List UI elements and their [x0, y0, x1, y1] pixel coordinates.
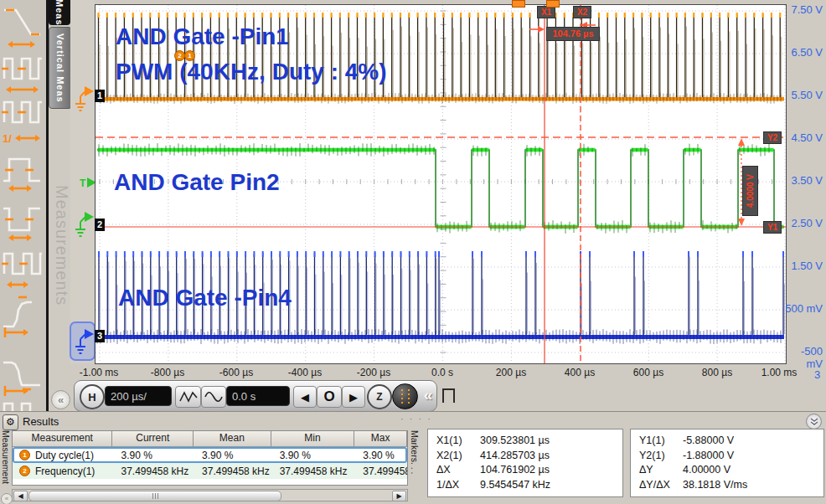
ch3-ground-marker-selected[interactable]	[70, 321, 96, 361]
column-header-current[interactable]: Current	[112, 431, 194, 446]
sine-waveform-button[interactable]	[201, 386, 226, 408]
results-side-collapse[interactable]: «	[1, 493, 13, 504]
results-collapse-button[interactable]	[806, 414, 822, 429]
ch3-number-box[interactable]: 3	[95, 330, 105, 342]
ch2-number-box[interactable]: 2	[95, 219, 105, 231]
palette-icon-positive-width[interactable]	[2, 147, 44, 193]
delta-y-readout: 4.0000 V	[742, 166, 758, 216]
ch1-number-box[interactable]: 1	[95, 90, 105, 102]
palette-icon-fall-time[interactable]	[2, 3, 44, 49]
palette-icon-duty-cycle[interactable]	[2, 244, 44, 290]
axis-corner-label: 3	[814, 368, 824, 381]
voltage-label: 500 mV	[784, 302, 823, 315]
marker-readout-row: Y1(1)-5.88000 V	[639, 434, 815, 449]
time-label: -800 µs	[138, 367, 197, 378]
table-row[interactable]: 1Duty cycle(1)3.90 %3.90 %3.90 %3.90 %	[13, 447, 407, 463]
time-label: -600 µs	[207, 367, 266, 378]
x1-top-handle[interactable]	[512, 0, 525, 8]
marker-readout-row: ΔY4.00000 V	[639, 463, 815, 478]
ground-symbol-icon	[72, 209, 94, 239]
delta-x-readout: 104.76 µs	[546, 27, 600, 41]
measurement-value-cell: 37.499458 kHz	[271, 465, 355, 477]
zigzag-waveform-button[interactable]	[175, 386, 201, 408]
intensity-sphere-button[interactable]	[392, 383, 418, 409]
palette-icon-rise-settle[interactable]	[2, 291, 44, 337]
column-header-mean[interactable]: Mean	[194, 431, 271, 446]
horizontal-toolbar: H 200 µs/ 0.0 s ◀ O ▶ Z «	[74, 380, 437, 412]
scroll-right-button[interactable]: ▶	[392, 491, 406, 501]
panel-grip-dots[interactable]: · · · ·	[400, 414, 432, 424]
pin-icon	[442, 388, 455, 403]
column-header-max[interactable]: Max	[354, 431, 407, 446]
markers-x-readouts: X1(1)309.523801 µsX2(1)414.285703 µsΔX10…	[427, 429, 623, 497]
oscilloscope-app: 1/ Meas Vertical Meas Measurements « T	[0, 0, 826, 504]
pan-left-button[interactable]: ◀	[293, 386, 317, 408]
time-label: -200 µs	[344, 367, 403, 378]
marker-label: 1/ΔX	[436, 478, 480, 493]
sphere-dots-icon	[401, 389, 403, 404]
horizontal-menu-button[interactable]: H	[80, 384, 105, 409]
palette-icon-frequency[interactable]: 1/	[2, 97, 44, 143]
svg-text:T: T	[80, 177, 86, 189]
time-label: 800 µs	[688, 367, 746, 378]
measurement-name-cell: 2Frequency(1)	[13, 465, 112, 477]
column-header-measurement[interactable]: Measurement	[13, 431, 112, 446]
palette-icon-period[interactable]	[2, 49, 44, 95]
pin-window-button[interactable]	[441, 387, 455, 404]
marker-value: 38.1818 V/ms	[683, 478, 747, 493]
results-settings-button[interactable]: ⚙	[3, 414, 18, 430]
markers-side-tab[interactable]: Markers. . .	[410, 430, 420, 484]
marker-label: Y1(1)	[639, 434, 683, 449]
zoom-mode-button[interactable]: Z	[367, 384, 392, 409]
tab-meas-label: Meas	[54, 0, 65, 25]
cursor-x2-tag[interactable]: X2	[573, 6, 591, 18]
measurement-value-cell: 37.499458 kHz	[112, 465, 194, 477]
palette-icon-period-partial[interactable]	[2, 400, 44, 412]
delay-field[interactable]: 0.0 s	[226, 386, 290, 406]
meas-badge-1[interactable]: 1	[184, 50, 195, 61]
marker-value: 4.00000 V	[683, 463, 730, 478]
positive-width-icon	[2, 147, 44, 193]
x2-top-handle[interactable]	[546, 0, 560, 8]
voltage-label: 5.50 V	[784, 89, 823, 101]
measurement-name: Frequency(1)	[35, 465, 95, 477]
sine-icon	[204, 391, 223, 403]
toolbar-collapse-button[interactable]: «	[420, 384, 436, 406]
cursor-x1-tag[interactable]: X1	[537, 6, 555, 18]
tab-meas[interactable]: Meas	[49, 0, 70, 25]
timebase-field[interactable]: 200 µs/	[105, 386, 172, 406]
marker-value: 9.5454547 kHz	[480, 478, 550, 493]
row-badge: 2	[19, 465, 30, 476]
panel-collapse-button[interactable]: «	[51, 390, 70, 409]
ch1-ground-marker[interactable]	[72, 84, 94, 114]
waveform-display[interactable]: AND Gate -Pin1 PWM (40KHz, Duty : 4%) AN…	[95, 4, 787, 364]
palette-icon-fall-settle[interactable]	[2, 350, 44, 396]
double-chevron-down-icon	[810, 418, 818, 426]
scrollbar-thumb[interactable]	[28, 491, 281, 501]
pan-right-button[interactable]: ▶	[342, 386, 365, 408]
tab-vertical-meas[interactable]: Vertical Meas	[49, 27, 72, 109]
trigger-level-marker[interactable]: T	[80, 176, 96, 189]
time-label: -400 µs	[276, 367, 334, 378]
sphere-dots-icon	[408, 389, 410, 404]
cursor-y2-tag[interactable]: Y2	[763, 131, 782, 144]
center-reference-button[interactable]: O	[317, 386, 342, 408]
marker-value: -1.88000 V	[683, 449, 734, 464]
table-horizontal-scrollbar[interactable]: ◀ ▶	[12, 489, 408, 501]
scroll-left-button[interactable]: ◀	[13, 491, 28, 501]
time-label: 200 µs	[482, 367, 540, 378]
measurement-icon-palette: 1/	[0, 0, 46, 412]
collapse-chevron-icon: «	[58, 393, 64, 406]
ch1-trace	[97, 13, 784, 104]
measurement-value-cell: 37.499458	[354, 465, 407, 477]
palette-icon-negative-width[interactable]	[2, 197, 44, 243]
negative-width-icon	[2, 197, 44, 243]
marker-value: 414.285703 µs	[480, 449, 550, 464]
measurements-watermark: Measurements	[48, 132, 71, 358]
column-header-min[interactable]: Min	[271, 431, 355, 446]
marker-readout-row: 1/ΔX9.5454547 kHz	[436, 478, 614, 493]
table-row[interactable]: 2Frequency(1)37.499458 kHz37.499458 kHz3…	[13, 463, 407, 479]
ch2-ground-marker[interactable]	[72, 209, 94, 239]
marker-label: ΔY/ΔX	[639, 478, 683, 493]
cursor-y1-tag[interactable]: Y1	[763, 221, 782, 234]
